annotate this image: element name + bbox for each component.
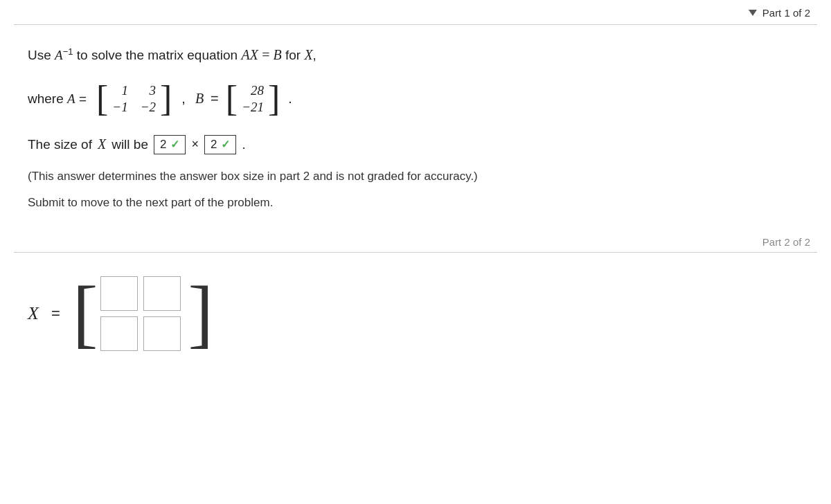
b-cell-10: −21 — [242, 100, 264, 115]
size-cols-input[interactable]: 2 ✓ — [204, 135, 236, 154]
answer-cell-00[interactable] — [100, 276, 138, 311]
size-period: . — [242, 137, 245, 152]
matrix-b-row-1: 28 — [242, 83, 264, 98]
times-symbol: × — [191, 137, 199, 152]
matrix-a-values: 1 3 −1 −2 — [108, 82, 160, 116]
size-line: The size of X will be 2 ✓ × 2 ✓ . — [28, 135, 803, 154]
size-rows-input[interactable]: 2 ✓ — [154, 135, 186, 154]
x-equation-label: X — [28, 303, 39, 324]
bracket-right-b: ] — [268, 81, 280, 117]
bracket-left-a: [ — [96, 81, 108, 117]
answer-bracket-right: ] — [188, 281, 209, 346]
submit-instruction: Submit to move to the next part of the p… — [28, 196, 803, 210]
header: Part 1 of 2 — [0, 0, 831, 24]
part2-header-label: Part 2 of 2 — [762, 236, 810, 248]
size-x-var: X — [98, 136, 106, 152]
matrix-b-row-2: −21 — [242, 100, 264, 115]
a-cell-11: −2 — [141, 100, 156, 115]
size-cols-value: 2 — [211, 138, 217, 152]
a-cell-01: 3 — [141, 83, 156, 98]
matrix-b: [ 28 −21 ] — [226, 81, 280, 117]
matrix-a-row-2: −1 −2 — [112, 100, 156, 115]
where-a-label: where A = — [28, 91, 87, 107]
comma: , — [181, 91, 186, 107]
part1-header-label: Part 1 of 2 — [762, 7, 810, 19]
cols-check-icon: ✓ — [221, 138, 230, 151]
a-cell-10: −1 — [112, 100, 127, 115]
part1-content: Use A−1 to solve the matrix equation AX … — [0, 25, 831, 231]
a-cell-00: 1 — [113, 83, 128, 98]
part2-header: Part 2 of 2 — [0, 231, 831, 252]
b-var-label: B — [195, 91, 204, 107]
matrix-b-values: 28 −21 — [238, 82, 268, 116]
period: . — [288, 91, 292, 107]
answer-cell-10[interactable] — [100, 316, 138, 351]
bracket-left-b: [ — [226, 81, 238, 117]
x-equals-sign: = — [51, 305, 60, 323]
b-equals: = — [211, 91, 219, 107]
matrix-a-row-1: 1 3 — [112, 83, 156, 98]
answer-grid — [93, 272, 188, 355]
size-prefix-text: The size of — [28, 137, 92, 152]
bracket-right-a: ] — [160, 81, 172, 117]
part2-content: X = [ ] — [0, 253, 831, 369]
collapse-icon[interactable] — [749, 10, 757, 16]
answer-matrix: [ ] — [73, 272, 209, 355]
matrix-a: [ 1 3 −1 −2 ] — [96, 81, 172, 117]
size-will-be-text: will be — [111, 137, 148, 152]
rows-check-icon: ✓ — [170, 138, 179, 151]
answer-bracket-left: [ — [73, 281, 94, 346]
answer-cell-01[interactable] — [143, 276, 181, 311]
answer-cell-11[interactable] — [143, 316, 181, 351]
problem-statement: Use A−1 to solve the matrix equation AX … — [28, 44, 803, 66]
matrix-definition-line: where A = [ 1 3 −1 −2 ] , B = [ — [28, 81, 803, 117]
size-rows-value: 2 — [160, 138, 166, 152]
b-cell-00: 28 — [249, 83, 264, 98]
accuracy-note: (This answer determines the answer box s… — [28, 170, 803, 183]
